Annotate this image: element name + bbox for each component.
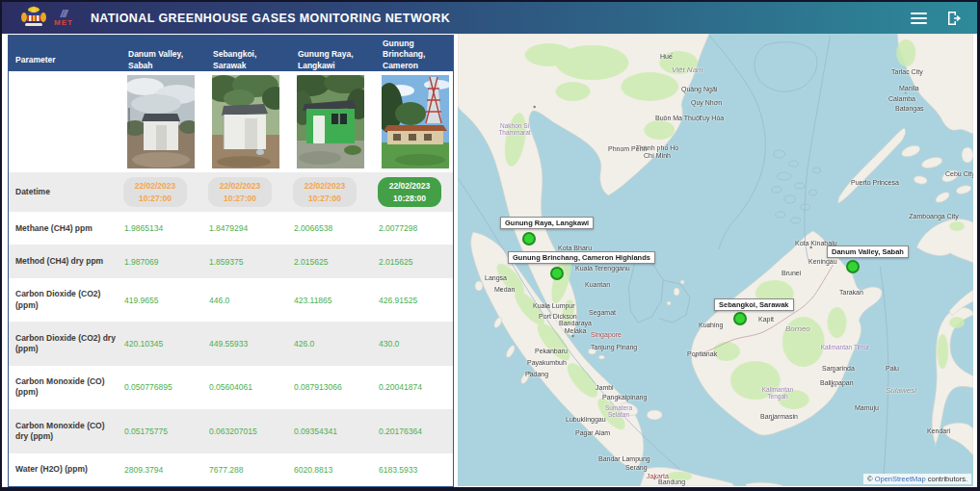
station-marker-gunung-brinchang[interactable] [550,267,564,280]
value-cell: 7677.288 [206,465,291,475]
value-cell: 1.9865134 [121,223,206,233]
value-cell: 0.05604061 [206,382,291,392]
table-row-methane: Methane (CH4) ppm 1.9865134 1.8479294 2.… [9,212,453,245]
malaysia-coat-of-arms-logo [19,5,48,31]
value-cell: 1.987069 [121,257,206,267]
map-place-label: Manila [899,85,919,92]
map-place-label: Kendari [927,427,950,435]
value-cell: 0.20041874 [376,382,453,392]
map-country-label: Việt Nam [672,65,703,74]
value-cell: 430.0 [376,339,453,349]
value-cell: 0.20176364 [376,426,453,436]
met-malaysia-logo: /// MET [54,9,73,27]
map-state-label: Kalimantan Timur [820,344,870,350]
app-header: /// MET NATIONAL GREENHOUSE GASES MONITO… [2,2,977,34]
map-place-label: Serang [625,464,648,472]
value-cell: 420.10345 [121,339,206,349]
map-place-label: Pangkalpinang [602,394,647,401]
station-photo-gunung-raya [297,75,364,168]
map-place-label: Kuantan [585,281,610,289]
map-place-label: Tanjung Pinang [591,344,637,351]
station-marker-danum-valley[interactable] [846,260,860,273]
app-window: /// MET NATIONAL GREENHOUSE GASES MONITO… [0,0,980,491]
map-place-label: Langsa [485,274,507,282]
station-map-label-sebangkoi: Sebangkoi, Sarawak [714,298,794,311]
map-place-label: Quy Nhơn [691,99,722,107]
map-attribution: © OpenStreetMap contributors. [863,474,971,484]
menu-icon[interactable] [911,10,927,27]
openstreetmap-link[interactable]: OpenStreetMap [875,475,926,483]
map-place-label: Phnom Penh [608,145,647,153]
column-header-parameter: Parameter [9,52,121,68]
map-place-label: Calamba [888,95,915,103]
map-region-label: Borneo [785,324,810,333]
station-data-table: Parameter Danum Valley, Sabah Sebangkoi,… [8,35,454,487]
value-cell: 419.9655 [121,296,206,305]
map-place-label: Medan [494,286,515,294]
map-place-label: Padang [525,371,548,378]
table-row-methane-dry: Method (CH4) dry ppm 1.987069 1.859375 2… [9,245,453,277]
map-place-label: Tarlac City [891,68,923,76]
datetime-badge: 22/02/202310:27:00 [293,177,357,207]
station-photos-row [9,71,453,172]
table-row-co: Carbon Monoxide (CO) (ppm) 0.050776895 0… [9,366,453,409]
map-place-label: Quảng Ngãi [681,86,717,93]
map-place-label: Banjarmasin [760,413,798,421]
station-map-label-danum-valley: Danum Valley, Sabah [827,246,909,258]
table-row-datetime: Datetime 22/02/202310:27:00 22/02/202310… [9,172,453,212]
station-photo-danum-valley [127,75,195,168]
map-place-label: Puerto Princesa [851,179,899,187]
map-place-label: Batangas [895,105,924,113]
map-place-label: Tuy Hòa [699,115,724,122]
row-label: Datetime [9,187,121,197]
value-cell: 0.087913066 [291,382,376,392]
map-place-label: Samarinda [822,365,855,373]
value-cell: 0.09354341 [291,426,376,436]
table-header-row: Parameter Danum Valley, Sabah Sebangkoi,… [9,36,453,71]
value-cell: 2.015625 [376,257,453,267]
value-cell: 1.859375 [206,257,291,267]
map-place-label: Keningau [808,258,837,266]
map-place-label: Palu [886,365,899,373]
map-place-label: Pekanbaru [535,348,568,355]
map-place-label: Pontianak [687,350,717,358]
table-row-water: Water (H2O) (ppm) 2809.3794 7677.288 602… [9,453,453,486]
value-cell: 2.0066538 [291,223,376,233]
map-place-label: Payakumbuh [527,359,567,367]
map-state-label: Kalimantan Tengah [753,386,803,401]
map-place-label: Jambi [596,384,614,392]
map-place-label: Zamboanga City [909,213,959,220]
datetime-badge-latest: 22/02/202310:28:00 [378,177,441,207]
page-title: NATIONAL GREENHOUSE GASES MONITORING NET… [91,12,450,25]
map-place-label: Mamuju [855,404,879,412]
map-place-label: Pagar Alam [575,429,610,437]
map-place-label: Balikpapan [820,379,854,387]
value-cell: 2.015625 [291,257,376,267]
map-place-label: Kapit [758,316,774,323]
station-marker-gunung-raya[interactable] [522,232,536,246]
map-place-label: Bandung [658,478,685,486]
map-place-label: Buôn Ma Thuột [655,115,702,122]
station-photo-sebangkoi [212,75,279,168]
table-row-co-dry: Carbon Monoxide (CO) dry (ppm) 0.0517577… [9,409,453,452]
map-state-label: Sumatera Selatan [596,404,641,419]
value-cell: 0.050776895 [121,382,206,392]
map-state-label: Nakhon Si Thammarat [489,122,541,137]
station-marker-sebangkoi[interactable] [733,312,747,325]
map-place-label: Cebu City [945,170,973,178]
map-place-label: Kuala Lumpur [533,302,575,310]
value-cell: 0.05175775 [121,426,206,436]
value-cell: 426.91525 [376,296,453,305]
value-cell: 0.063207015 [206,426,291,436]
met-logo-text: MET [54,19,73,27]
map-region-label: Sulawesi [886,386,916,395]
map-place-label: Kuala Terengganu [575,265,630,272]
map-place-label: Segamat [589,309,616,317]
map-place-label: Brunei [781,270,801,277]
datetime-badge: 22/02/202310:27:00 [123,177,187,207]
station-map-label-gunung-raya: Gunung Raya, Langkawi [500,217,594,229]
table-row-co2: Carbon Dioxide (CO2) (ppm) 419.9655 446.… [9,278,453,322]
logout-icon[interactable] [946,11,962,26]
openstreetmap-canvas[interactable]: Việt Nam Huế Quảng Ngãi Quy Nhơn Tuy Hòa… [458,34,973,486]
value-cell: 446.0 [206,296,291,305]
